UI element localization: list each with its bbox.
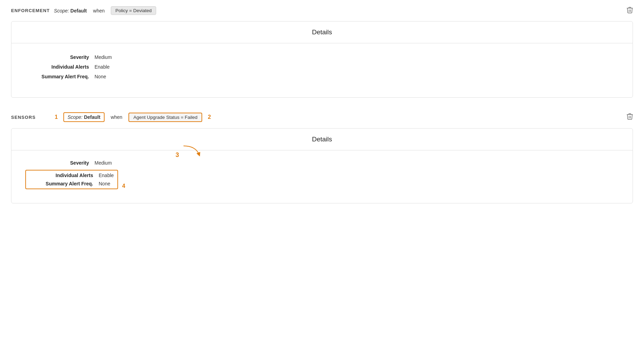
sensors-details-card: Details Severity Medium 3 [11,128,633,203]
sensors-details-body: Severity Medium 3 [11,150,633,203]
enforcement-details-title: Details [11,21,633,43]
sensors-summary-alert-value: None [99,181,110,186]
sensors-annotation-4: 4 [122,183,125,189]
enforcement-individual-alerts-row: Individual Alerts Enable [25,64,619,70]
enforcement-delete-button[interactable] [627,7,633,15]
enforcement-when: when [93,8,105,14]
sensors-annotation-1: 1 [55,114,58,120]
scope-prefix-text: Scope: [54,8,69,14]
sensors-details-title: Details [11,129,633,150]
sensors-label: SENSORS [11,115,49,120]
enforcement-summary-alert-row: Summary Alert Freq. None [25,74,619,79]
sensors-scope-prefix: Scope: [68,114,83,120]
sensors-individual-alerts-value: Enable [99,173,114,178]
enforcement-details-card: Details Severity Medium Individual Alert… [11,21,633,98]
enforcement-details-body: Severity Medium Individual Alerts Enable… [11,43,633,97]
enforcement-individual-alerts-label: Individual Alerts [25,64,95,70]
sensors-delete-button[interactable] [627,113,633,121]
enforcement-individual-alerts-value: Enable [95,64,110,70]
sensors-orange-box-container: Individual Alerts Enable Summary Alert F… [25,170,127,189]
enforcement-severity-row: Severity Medium [25,54,619,60]
sensors-summary-alert-label: Summary Alert Freq. [29,181,99,186]
sensors-header: SENSORS 1 Scope: Default when Agent Upgr… [8,106,636,128]
sensors-orange-box: Individual Alerts Enable Summary Alert F… [25,170,118,189]
enforcement-header: ENFORCEMENT Scope: Default when Policy =… [8,0,636,21]
enforcement-label: ENFORCEMENT [11,8,50,13]
sensors-summary-alert-row: Summary Alert Freq. None [29,181,114,186]
sensors-severity-value: Medium [95,160,112,166]
enforcement-severity-value: Medium [95,54,112,60]
sensors-scope-value: Default [84,114,100,120]
enforcement-scope: Scope: Default [54,8,87,14]
enforcement-summary-alert-label: Summary Alert Freq. [25,74,95,79]
sensors-when: when [111,114,122,120]
sensors-scope-box: Scope: Default [63,112,105,122]
annotation-arrow-icon [182,144,203,158]
enforcement-badge: Policy = Deviated [111,6,156,15]
enforcement-severity-label: Severity [25,54,95,60]
sensors-individual-alerts-label: Individual Alerts [29,173,99,178]
sensors-annotation-3-container: 3 [174,144,203,159]
sensors-annotation-2: 2 [208,114,211,120]
sensors-badge: Agent Upgrade Status = Failed [128,113,202,122]
enforcement-scope-value: Default [70,8,87,14]
sensors-severity-row: Severity Medium 3 [25,160,619,166]
page-container: ENFORCEMENT Scope: Default when Policy =… [0,0,644,203]
sensors-individual-alerts-row: Individual Alerts Enable [29,173,114,178]
enforcement-summary-alert-value: None [95,74,106,79]
sensors-severity-label: Severity [25,160,95,166]
sensors-annotation-3: 3 [176,151,179,159]
